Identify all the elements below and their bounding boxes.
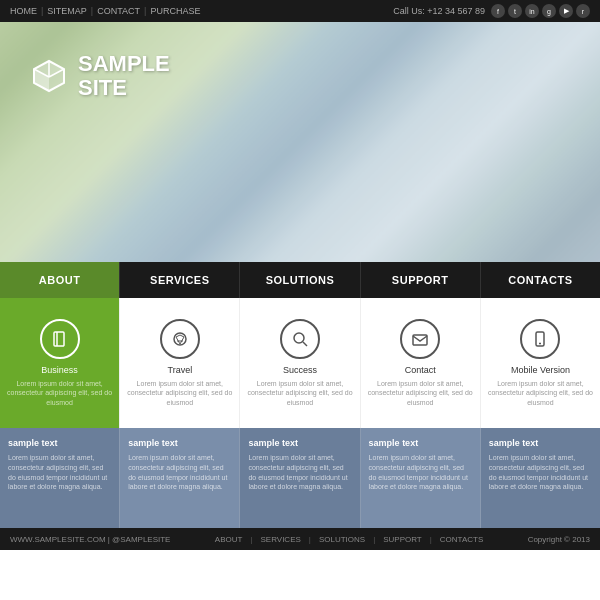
top-nav-links: HOME | SITEMAP | CONTACT | PURCHASE: [10, 6, 200, 16]
card-4-title: sample text: [489, 438, 592, 448]
svg-line-11: [303, 342, 307, 346]
content-col-3: Contact Lorem ipsum dolor sit amet, cons…: [361, 298, 481, 428]
card-2: sample text Lorem ipsum dolor sit amet, …: [240, 428, 360, 528]
top-nav-right: Call Us: +12 34 567 89 f t in g ▶ r: [393, 4, 590, 18]
nav-contacts[interactable]: CONTACTS: [481, 262, 600, 298]
nav-solutions[interactable]: SOLUTIONS: [240, 262, 360, 298]
card-0-text: Lorem ipsum dolor sit amet, consectetur …: [8, 453, 111, 492]
svg-rect-12: [413, 335, 427, 345]
sitemap-link[interactable]: SITEMAP: [47, 6, 87, 16]
card-3-text: Lorem ipsum dolor sit amet, consectetur …: [369, 453, 472, 492]
card-0: sample text Lorem ipsum dolor sit amet, …: [0, 428, 120, 528]
footer-about[interactable]: ABOUT: [215, 535, 243, 544]
content-col-4: Mobile Version Lorem ipsum dolor sit ame…: [481, 298, 600, 428]
content-col-0: Business Lorem ipsum dolor sit amet, con…: [0, 298, 120, 428]
twitter-icon[interactable]: t: [508, 4, 522, 18]
col-1-desc: Lorem ipsum dolor sit amet, consectetur …: [125, 379, 234, 406]
card-2-title: sample text: [248, 438, 351, 448]
card-2-text: Lorem ipsum dolor sit amet, consectetur …: [248, 453, 351, 492]
footer-services[interactable]: SERVICES: [261, 535, 301, 544]
footer-nav: ABOUT | SERVICES | SOLUTIONS | SUPPORT |…: [215, 535, 483, 544]
footer-support[interactable]: SUPPORT: [383, 535, 422, 544]
cards-section: sample text Lorem ipsum dolor sit amet, …: [0, 428, 600, 528]
card-1-text: Lorem ipsum dolor sit amet, consectetur …: [128, 453, 231, 492]
nav-about[interactable]: ABOUT: [0, 262, 120, 298]
phone-icon: [531, 330, 549, 348]
col-4-label: Mobile Version: [511, 365, 570, 375]
col-3-desc: Lorem ipsum dolor sit amet, consectetur …: [366, 379, 475, 406]
travel-icon: [171, 330, 189, 348]
logo-text: SAMPLE SITE: [78, 52, 170, 100]
card-1: sample text Lorem ipsum dolor sit amet, …: [120, 428, 240, 528]
footer-contacts[interactable]: CONTACTS: [440, 535, 483, 544]
call-us-text: Call Us: +12 34 567 89: [393, 6, 485, 16]
card-3: sample text Lorem ipsum dolor sit amet, …: [361, 428, 481, 528]
card-3-title: sample text: [369, 438, 472, 448]
top-navigation: HOME | SITEMAP | CONTACT | PURCHASE Call…: [0, 0, 600, 22]
contact-link[interactable]: CONTACT: [97, 6, 140, 16]
col-3-label: Contact: [405, 365, 436, 375]
svg-rect-7: [54, 332, 64, 346]
col-1-label: Travel: [167, 365, 192, 375]
card-4-text: Lorem ipsum dolor sit amet, consectetur …: [489, 453, 592, 492]
hero-logo: SAMPLE SITE: [30, 52, 170, 100]
business-icon-circle: [40, 319, 80, 359]
social-icons: f t in g ▶ r: [491, 4, 590, 18]
home-link[interactable]: HOME: [10, 6, 37, 16]
col-0-desc: Lorem ipsum dolor sit amet, consectetur …: [5, 379, 114, 406]
mobile-icon-circle: [520, 319, 560, 359]
search-icon-circle: [280, 319, 320, 359]
footer-website: WWW.SAMPLESITE.COM | @SAMPLESITE: [10, 535, 170, 544]
content-col-1: Travel Lorem ipsum dolor sit amet, conse…: [120, 298, 240, 428]
search-icon: [291, 330, 309, 348]
nav-support[interactable]: SUPPORT: [361, 262, 481, 298]
googleplus-icon[interactable]: g: [542, 4, 556, 18]
content-col-2: Success Lorem ipsum dolor sit amet, cons…: [240, 298, 360, 428]
footer: WWW.SAMPLESITE.COM | @SAMPLESITE ABOUT |…: [0, 528, 600, 550]
facebook-icon[interactable]: f: [491, 4, 505, 18]
purchase-link[interactable]: PURCHASE: [150, 6, 200, 16]
nav-services[interactable]: SERVICES: [120, 262, 240, 298]
col-4-desc: Lorem ipsum dolor sit amet, consectetur …: [486, 379, 595, 406]
travel-icon-circle: [160, 319, 200, 359]
book-icon: [51, 330, 69, 348]
main-navigation: ABOUT SERVICES SOLUTIONS SUPPORT CONTACT…: [0, 262, 600, 298]
col-2-desc: Lorem ipsum dolor sit amet, consectetur …: [245, 379, 354, 406]
footer-copyright: Copyright © 2013: [528, 535, 590, 544]
col-0-label: Business: [41, 365, 78, 375]
content-icons-section: Business Lorem ipsum dolor sit amet, con…: [0, 298, 600, 428]
footer-solutions[interactable]: SOLUTIONS: [319, 535, 365, 544]
card-1-title: sample text: [128, 438, 231, 448]
youtube-icon[interactable]: ▶: [559, 4, 573, 18]
mail-icon: [411, 330, 429, 348]
card-4: sample text Lorem ipsum dolor sit amet, …: [481, 428, 600, 528]
logo-cube-icon: [30, 57, 68, 95]
hero-section: SAMPLE SITE: [0, 22, 600, 262]
linkedin-icon[interactable]: in: [525, 4, 539, 18]
col-2-label: Success: [283, 365, 317, 375]
rss-icon[interactable]: r: [576, 4, 590, 18]
card-0-title: sample text: [8, 438, 111, 448]
svg-point-10: [294, 333, 304, 343]
contact-icon-circle: [400, 319, 440, 359]
